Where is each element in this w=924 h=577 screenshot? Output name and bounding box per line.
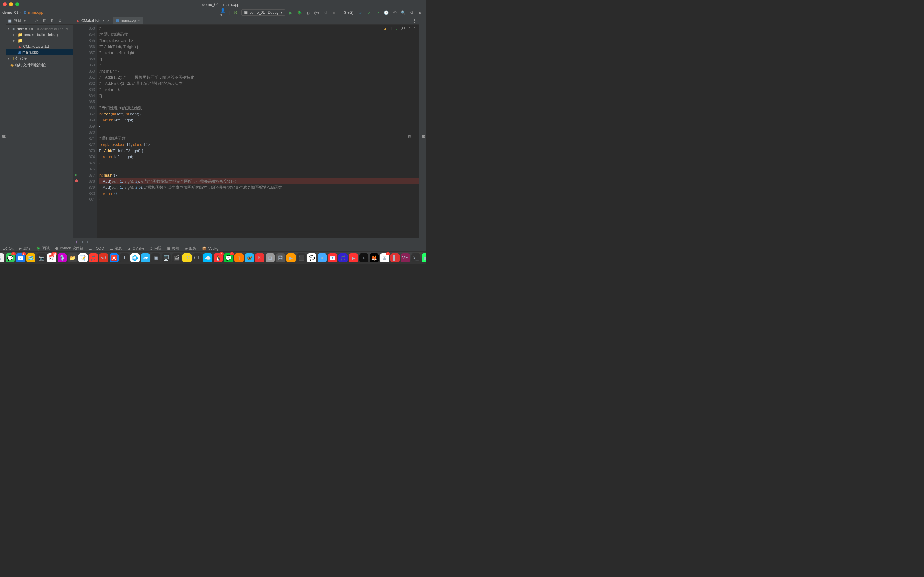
dock-app[interactable]: T (120, 253, 129, 263)
tool-problems[interactable]: ⊘问题 (150, 246, 161, 251)
project-tree[interactable]: ▾ ▣ demo_01 ~/Documents/CPP_Pr... ▸ 📁 cm… (6, 25, 73, 70)
hammer-icon[interactable]: ⚒ (233, 10, 238, 15)
profile-button[interactable]: ◔▾ (314, 10, 319, 15)
dock-app[interactable]: 💬• (224, 253, 233, 263)
dock-app[interactable]: ▶ (422, 253, 426, 263)
coverage-button[interactable]: ◐ (305, 10, 311, 15)
editor-breadcrumb-bar[interactable]: ƒ main (73, 238, 419, 245)
line-gutter[interactable]: 8538548558568578588598608618628638648658… (80, 25, 97, 238)
dock-app[interactable]: ⊞• (380, 253, 389, 263)
select-opened-icon[interactable]: ⊙ (33, 18, 39, 24)
hide-icon[interactable]: — (65, 18, 71, 24)
chevron-down-icon[interactable]: ▾ (24, 18, 26, 23)
dock-app[interactable]: 💬• (5, 253, 15, 263)
dock-app[interactable]: ♪ (359, 253, 368, 263)
breadcrumb[interactable]: demo_01 › ⊞ main.cpp (2, 10, 43, 15)
dock-app[interactable]: 🎙️ (58, 253, 67, 263)
dock-app[interactable]: CL (193, 253, 202, 263)
editor-body[interactable]: ▶ 85385485585685785885986086186286386486… (73, 25, 419, 238)
inspection-widget[interactable]: ▲ 1 ✓ 82 ˄ ˅ (383, 27, 415, 31)
code-editor[interactable]: ////// 通用加法函数//template<class T>//T Add(… (97, 25, 419, 238)
dock-app[interactable]: ▯ (234, 253, 243, 263)
git-push-icon[interactable]: ↗ (375, 10, 380, 15)
dock-app[interactable]: ▌ (390, 253, 400, 263)
breadcrumb-project[interactable]: demo_01 (2, 10, 18, 15)
dock-app[interactable]: 💬 (307, 253, 316, 263)
run-gutter-icon[interactable]: ▶ (75, 172, 77, 177)
git-commit-icon[interactable]: ✓ (366, 10, 372, 15)
tool-todo[interactable]: ☰TODO (89, 246, 104, 251)
dock-app[interactable]: 📅13 (47, 253, 56, 263)
breadcrumb-file[interactable]: main.cpp (28, 10, 43, 15)
stop-button[interactable]: ■ (331, 10, 337, 15)
dock-app[interactable]: 📝 (78, 253, 87, 263)
jetbrains-icon[interactable]: ▶ (418, 10, 423, 15)
run-config-selector[interactable]: ▣ demo_01 | Debug ▾ (242, 10, 285, 16)
dock-app[interactable]: ✉️2 (16, 253, 25, 263)
dock-app[interactable]: 📁 (68, 253, 77, 263)
dock-app[interactable]: 🎬 (172, 253, 181, 263)
tab-main-cpp[interactable]: ⊞ main.cpp × (113, 17, 143, 24)
dock-app[interactable]: 🎵 (89, 253, 98, 263)
close-window-button[interactable] (3, 2, 7, 6)
dock-app[interactable]: ▣ (151, 253, 160, 263)
user-icon[interactable]: 👤▾ (220, 10, 226, 15)
dock-app[interactable]: >_ (411, 253, 420, 263)
close-tab-icon[interactable]: × (107, 18, 110, 23)
tool-messages[interactable]: ☰消息 (110, 246, 122, 251)
git-rollback-icon[interactable]: ↶ (392, 10, 397, 15)
expand-all-icon[interactable]: ⇵ (41, 18, 47, 24)
dock-app[interactable]: 📷 (37, 253, 46, 263)
dock-app[interactable]: ☁️ (203, 253, 212, 263)
tab-cmakelists[interactable]: ▲ CMakeLists.txt × (73, 17, 113, 24)
search-icon[interactable]: 🔍 (400, 10, 406, 15)
dock-app[interactable]: 🦊 (369, 253, 379, 263)
attach-button[interactable]: ⇲ (323, 10, 328, 15)
tool-python[interactable]: ⬢Python 软件包 (55, 246, 83, 251)
dock-app[interactable]: ⊡ (266, 253, 275, 263)
tool-run[interactable]: ▶运行 (19, 246, 31, 251)
run-button[interactable]: ▶ (288, 10, 294, 15)
tree-file-cmake[interactable]: ▲ CMakeLists.txt (6, 44, 73, 49)
dock-app[interactable]: ⊞ (0, 253, 4, 263)
dock-app[interactable]: PC (182, 253, 192, 263)
dock-app[interactable]: 🖥️ (161, 253, 171, 263)
tool-services[interactable]: ◈服务 (185, 246, 197, 251)
dock-app[interactable]: 📧 (328, 253, 337, 263)
tree-folder[interactable]: ▸ 📁 (6, 38, 73, 44)
close-tab-icon[interactable]: × (138, 18, 140, 23)
tool-terminal[interactable]: ▣终端 (167, 246, 179, 251)
dock-app[interactable]: 🦋 (245, 253, 254, 263)
tool-debug[interactable]: 🪲调试 (36, 246, 50, 251)
dock-app[interactable]: 🗺️ (26, 253, 35, 263)
minimize-window-button[interactable] (9, 2, 13, 6)
tool-cmake[interactable]: ▲CMake (127, 246, 144, 251)
dock-app[interactable]: 🐧• (214, 253, 223, 263)
maximize-window-button[interactable] (15, 2, 19, 6)
chevron-down-icon[interactable]: ˅ (413, 27, 415, 31)
dock-app[interactable]: 📨 (141, 253, 150, 263)
git-history-icon[interactable]: 🕐 (383, 10, 389, 15)
dock-app[interactable]: ✦ (318, 253, 327, 263)
dock-app[interactable]: ▶ (286, 253, 295, 263)
macos-dock[interactable]: 🔍⊞💬•✉️2🗺️📷📅13🎙️📁📝🎵yd🅰️T🌐📨▣🖥️🎬PCCL☁️🐧•💬•▯… (0, 252, 426, 264)
dock-app[interactable]: 🅰️ (110, 253, 119, 263)
chevron-up-icon[interactable]: ˄ (408, 27, 410, 31)
tree-scratches[interactable]: ◉ 临时文件和控制台 (6, 62, 73, 69)
tree-file-cpp[interactable]: ⊞ main.cpp (6, 49, 73, 55)
collapse-all-icon[interactable]: ⇈ (49, 18, 55, 24)
git-pull-icon[interactable]: ↙ (358, 10, 363, 15)
tool-git[interactable]: ⎇Git (3, 246, 13, 251)
dock-app[interactable]: VS (401, 253, 410, 263)
tree-folder[interactable]: ▸ 📁 cmake-build-debug (6, 32, 73, 38)
gear-icon[interactable]: ⚙ (57, 18, 63, 24)
dock-app[interactable]: K (255, 253, 264, 263)
debug-button[interactable]: 🪲 (297, 10, 302, 15)
tree-root[interactable]: ▾ ▣ demo_01 ~/Documents/CPP_Pr... (6, 26, 73, 32)
settings-icon[interactable]: ⚙ (409, 10, 414, 15)
tree-external-libraries[interactable]: ▸ ⫴ 外部库 (6, 55, 73, 62)
dock-app[interactable]: 网 (276, 253, 285, 263)
dock-app[interactable]: ▶ (349, 253, 358, 263)
dock-app[interactable]: yd (99, 253, 108, 263)
dock-app[interactable]: ⬛ (297, 253, 306, 263)
